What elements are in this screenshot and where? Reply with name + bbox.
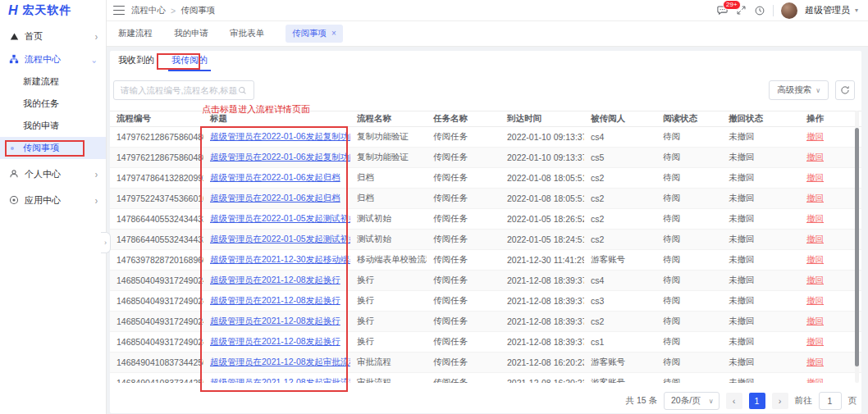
cell-process-name: 复制功能验证 (350, 148, 427, 168)
process-title-link[interactable]: 超级管理员在2021-12-08发起换行 (210, 316, 340, 325)
subtab-received[interactable]: 我收到的 (115, 53, 158, 71)
column-header: 标题 (203, 111, 350, 127)
tab-my-applications[interactable]: 我的申请 (174, 28, 208, 39)
cell-reader: cs2 (584, 230, 656, 250)
cell-process-id: 1476397828720168960 (110, 250, 203, 271)
column-header: 被传阅人 (584, 111, 656, 127)
cell-reader: 游客账号 (584, 373, 656, 384)
sidebar: H 宏天软件 首页 › 流程中心 (0, 0, 107, 414)
sidebar-item-personal-center[interactable]: 个人中心 › (0, 162, 106, 185)
recall-action-link[interactable]: 撤回 (806, 377, 824, 383)
cell-title: 超级管理员在2021-12-08发起审批流程 (203, 373, 350, 384)
cell-process-name: 审批流程 (350, 353, 427, 373)
history-button[interactable] (754, 5, 765, 16)
recall-action-link[interactable]: 撤回 (806, 254, 824, 264)
sidebar-item-workflow-center[interactable]: 流程中心 ⌄ (0, 48, 106, 71)
recall-action-link[interactable]: 撤回 (806, 336, 824, 346)
cell-action: 撤回 (800, 353, 861, 373)
cell-recall-status: 未撤回 (722, 209, 800, 230)
cell-process-id: 1468504049317249024 (110, 271, 203, 291)
sidebar-item-label: 流程中心 (25, 53, 61, 66)
process-title-link[interactable]: 超级管理员在2022-01-06发起复制功能验证 (210, 152, 350, 162)
page-size-select[interactable]: 20条/页 ∨ (664, 392, 719, 410)
tab-new-process[interactable]: 新建流程 (118, 28, 153, 39)
breadcrumb-root[interactable]: 流程中心 (131, 5, 166, 16)
cell-process-id: 1479762128675860480 (110, 148, 203, 168)
goto-label: 前往 (795, 395, 812, 407)
recall-action-link[interactable]: 撤回 (806, 131, 824, 141)
avatar[interactable] (781, 2, 797, 19)
process-title-link[interactable]: 超级管理员在2021-12-30发起移动端表单校验流程 (210, 254, 350, 264)
sidebar-subitem-label: 传阅事项 (23, 142, 59, 154)
tab-approval-forms[interactable]: 审批表单 (230, 28, 264, 39)
sidebar-item-my-tasks[interactable]: 我的任务 (0, 93, 106, 115)
process-title-link[interactable]: 超级管理员在2022-01-05发起测试初始 (210, 213, 350, 223)
cell-process-id: 1468490410837344256 (110, 373, 203, 384)
current-page-button[interactable]: 1 (749, 393, 765, 409)
recall-action-link[interactable]: 撤回 (806, 234, 824, 243)
close-icon[interactable]: × (331, 30, 336, 38)
recall-action-link[interactable]: 撤回 (806, 357, 824, 366)
sidebar-item-new-process[interactable]: 新建流程 (0, 71, 106, 93)
recall-action-link[interactable]: 撤回 (806, 295, 824, 305)
fullscreen-button[interactable] (736, 5, 747, 16)
sidebar-collapse-handle[interactable]: › (101, 232, 111, 253)
table-row: 1476397828720168960超级管理员在2021-12-30发起移动端… (110, 250, 861, 271)
sidebar-item-my-applications[interactable]: 我的申请 (0, 115, 106, 137)
cell-reader: cs2 (584, 312, 656, 332)
recall-action-link[interactable]: 撤回 (806, 275, 824, 284)
advanced-search-button[interactable]: 高级搜索 ∨ (769, 80, 829, 100)
table-row: 1468490410837344256超级管理员在2021-12-08发起审批流… (110, 373, 861, 384)
breadcrumb-current: 传阅事项 (180, 5, 215, 16)
process-title-link[interactable]: 超级管理员在2022-01-06发起归档 (210, 193, 340, 202)
sidebar-item-circulated-items[interactable]: 传阅事项 (0, 137, 106, 159)
sidebar-item-home[interactable]: 首页 › (0, 25, 106, 48)
column-header: 到达时间 (500, 111, 584, 127)
sidebar-item-label: 首页 (25, 30, 43, 43)
process-title-link[interactable]: 超级管理员在2021-12-08发起换行 (210, 295, 340, 305)
search-input[interactable] (121, 85, 238, 95)
goto-page-input[interactable] (819, 392, 842, 410)
menu-collapse-icon[interactable] (113, 6, 125, 16)
recall-action-link[interactable]: 撤回 (806, 316, 824, 325)
cell-process-id: 1479747864132820992 (110, 168, 203, 189)
cell-read-status: 待阅 (656, 189, 722, 209)
cell-read-status: 待阅 (656, 332, 722, 353)
cell-process-name: 换行 (350, 332, 427, 353)
message-button[interactable]: 29+ (716, 4, 729, 16)
cell-task-name: 传阅任务 (427, 353, 500, 373)
cell-arrive-time: 2022-01-05 18:26:52 (500, 209, 584, 230)
cell-read-status: 待阅 (656, 353, 722, 373)
cell-arrive-time: 2022-01-10 09:13:37 (500, 127, 584, 148)
sidebar-subitem-label: 我的任务 (23, 98, 59, 110)
next-page-button[interactable]: › (772, 393, 788, 409)
scrollbar-thumb[interactable] (855, 128, 859, 366)
process-title-link[interactable]: 超级管理员在2022-01-06发起归档 (210, 172, 340, 182)
brand-logo[interactable]: H 宏天软件 (0, 0, 106, 21)
sidebar-item-app-center[interactable]: 应用中心 › (0, 189, 106, 212)
process-title-link[interactable]: 超级管理员在2022-01-06发起复制功能验证 (210, 131, 350, 141)
username[interactable]: 超级管理员 (805, 4, 850, 16)
refresh-button[interactable] (835, 80, 855, 100)
process-title-link[interactable]: 超级管理员在2022-01-05发起测试初始 (210, 234, 350, 243)
subtab-circulated-by-me[interactable]: 我传阅的 (168, 53, 211, 71)
recall-action-link[interactable]: 撤回 (806, 213, 824, 223)
process-title-link[interactable]: 超级管理员在2021-12-08发起审批流程 (210, 357, 350, 366)
app-root: H 宏天软件 首页 › 流程中心 (0, 0, 868, 414)
search-icon[interactable] (238, 86, 247, 95)
cell-reader: cs2 (584, 209, 656, 230)
sidebar-nav: 首页 › 流程中心 ⌄ 新建流程 我的任务 (0, 21, 106, 212)
prev-page-button[interactable]: ‹ (726, 393, 742, 409)
cell-process-name: 测试初始 (350, 230, 427, 250)
process-title-link[interactable]: 超级管理员在2021-12-08发起审批流程 (210, 377, 350, 383)
recall-action-link[interactable]: 撤回 (806, 172, 824, 182)
process-title-link[interactable]: 超级管理员在2021-12-08发起换行 (210, 336, 340, 346)
recall-action-link[interactable]: 撤回 (806, 193, 824, 202)
cell-process-name: 审批流程 (350, 373, 427, 384)
brand-name: 宏天软件 (23, 3, 72, 18)
recall-action-link[interactable]: 撤回 (806, 152, 824, 162)
cell-reader: 游客账号 (584, 250, 656, 271)
process-title-link[interactable]: 超级管理员在2021-12-08发起换行 (210, 275, 340, 284)
tab-circulated-items[interactable]: 传阅事项 × (286, 25, 343, 43)
cell-title: 超级管理员在2021-12-08发起审批流程 (203, 353, 350, 373)
